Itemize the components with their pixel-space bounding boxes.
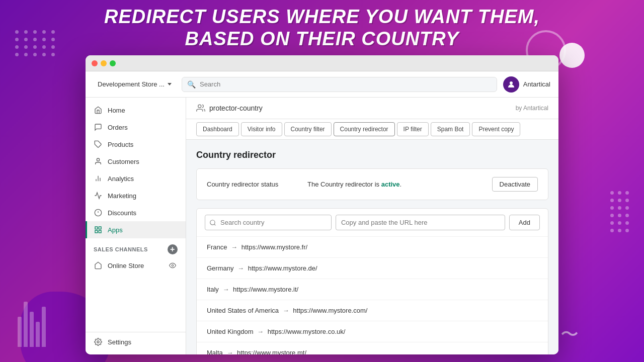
country-row: Germany → https://www.mystore.de/ — [197, 258, 548, 279]
app-name: protector-country — [209, 104, 263, 112]
sidebar-label-analytics: Analytics — [108, 175, 134, 183]
search-bar: 🔍 — [182, 77, 497, 92]
store-selector[interactable]: Developement Store ... — [94, 78, 176, 90]
country-row: United Kingdom → https://www.mystore.co.… — [197, 321, 548, 342]
sidebar-label-home: Home — [108, 107, 125, 114]
status-text-prefix: The Country redirector is — [307, 180, 381, 188]
close-button[interactable] — [92, 60, 98, 66]
svg-point-2 — [97, 158, 99, 161]
user-area: Antartical — [503, 76, 550, 93]
country-row: France → https://www.mystore.fr/ — [197, 237, 548, 258]
status-row: Country redirector status The Country re… — [197, 169, 548, 200]
svg-rect-9 — [95, 227, 98, 229]
page-title: Country redirector — [196, 150, 548, 160]
svg-rect-12 — [99, 230, 101, 233]
sales-channels-section: SALES CHANNELS + — [86, 238, 186, 256]
tab-country-filter[interactable]: Country filter — [284, 122, 332, 136]
svg-rect-10 — [99, 227, 101, 229]
tab-prevent-copy[interactable]: Prevent copy — [472, 122, 520, 136]
sidebar-label-discounts: Discounts — [108, 209, 136, 217]
customers-icon — [94, 157, 103, 166]
store-selector-chevron — [168, 83, 172, 85]
svg-point-14 — [97, 341, 99, 343]
sidebar: Home Orders Products Customers — [86, 98, 186, 354]
marketing-icon — [94, 191, 103, 200]
decorative-dots-right — [610, 191, 629, 232]
maximize-button[interactable] — [110, 60, 116, 66]
products-icon — [94, 140, 103, 149]
app-icon — [196, 104, 205, 113]
eye-icon[interactable] — [168, 260, 178, 270]
status-active-word: active — [381, 180, 400, 188]
sidebar-label-customers: Customers — [108, 158, 139, 165]
status-value: The Country redirector is active. — [307, 180, 492, 188]
status-label: Country redirector status — [207, 180, 307, 188]
main-content: protector-country by Antartical Dashboar… — [186, 98, 558, 354]
country-row: Italy → https://www.mystore.it/ — [197, 279, 548, 300]
orders-icon — [94, 123, 103, 132]
online-store-icon — [94, 261, 103, 270]
sidebar-item-orders[interactable]: Orders — [86, 119, 186, 136]
sidebar-label-apps: Apps — [108, 226, 123, 234]
search-country-input[interactable] — [205, 215, 332, 230]
decorative-circle-filled — [559, 43, 585, 68]
traffic-lights — [92, 60, 116, 66]
search-icon: 🔍 — [187, 80, 196, 88]
sidebar-item-home[interactable]: Home — [86, 102, 186, 119]
sidebar-label-settings: Settings — [108, 338, 131, 346]
app-by: by Antartical — [516, 105, 548, 112]
country-rows-container: France → https://www.mystore.fr/Germany … — [197, 237, 548, 354]
page-content: Country redirector Country redirector st… — [186, 140, 558, 354]
svg-point-15 — [198, 105, 201, 108]
tab-dashboard[interactable]: Dashboard — [196, 122, 239, 136]
tab-ip-filter[interactable]: IP filter — [397, 122, 429, 136]
sidebar-item-settings[interactable]: Settings — [86, 332, 186, 350]
store-name: Developement Store ... — [98, 80, 165, 88]
sidebar-item-apps[interactable]: Apps — [86, 221, 186, 238]
decorative-dots-top-left — [15, 30, 56, 56]
topbar: Developement Store ... 🔍 Antartical — [86, 71, 558, 98]
tab-visitor-info[interactable]: Visitor info — [241, 122, 282, 136]
status-card: Country redirector status The Country re… — [196, 168, 548, 200]
decorative-squiggle: 〜 — [560, 322, 579, 347]
browser-window: Developement Store ... 🔍 Antartical Home — [86, 55, 558, 354]
country-row: Malta → https://www.mystore.mt/ — [197, 342, 548, 354]
sidebar-item-analytics[interactable]: Analytics — [86, 170, 186, 187]
svg-rect-11 — [95, 230, 98, 233]
sidebar-item-customers[interactable]: Customers — [86, 153, 186, 170]
sidebar-label-marketing: Marketing — [108, 192, 136, 200]
app-title-area: protector-country — [196, 104, 263, 113]
minimize-button[interactable] — [101, 60, 107, 66]
settings-icon — [94, 337, 103, 346]
search-input[interactable] — [200, 80, 492, 88]
username: Antartical — [523, 80, 550, 88]
apps-icon — [94, 225, 103, 234]
add-sales-channel-button[interactable]: + — [168, 244, 178, 254]
sidebar-label-products: Products — [108, 141, 133, 148]
svg-point-0 — [510, 81, 513, 84]
discounts-icon — [94, 208, 103, 217]
deactivate-button[interactable]: Deactivate — [492, 177, 538, 192]
sidebar-item-online-store[interactable]: Online Store — [86, 256, 186, 275]
sidebar-item-marketing[interactable]: Marketing — [86, 187, 186, 204]
app-header: protector-country by Antartical — [186, 98, 558, 119]
tabs-bar: Dashboard Visitor info Country filter Co… — [186, 119, 558, 140]
tab-spam-bot[interactable]: Spam Bot — [431, 122, 470, 136]
analytics-icon — [94, 174, 103, 183]
list-controls: Add — [197, 209, 548, 237]
decorative-bars — [18, 302, 46, 347]
sidebar-label-online-store: Online Store — [108, 262, 144, 269]
avatar — [503, 76, 519, 93]
country-row: United States of America → https://www.m… — [197, 300, 548, 321]
country-list-card: Add France → https://www.mystore.fr/Germ… — [196, 208, 548, 354]
add-rule-button[interactable]: Add — [509, 215, 540, 230]
sidebar-item-discounts[interactable]: Discounts — [86, 204, 186, 221]
main-layout: Home Orders Products Customers — [86, 98, 558, 354]
url-input[interactable] — [336, 215, 505, 230]
home-icon — [94, 106, 103, 115]
sidebar-item-products[interactable]: Products — [86, 136, 186, 153]
svg-point-13 — [172, 264, 174, 266]
tab-country-redirector[interactable]: Country redirector — [334, 122, 395, 136]
titlebar — [86, 55, 558, 71]
status-text-suffix: . — [400, 180, 402, 188]
